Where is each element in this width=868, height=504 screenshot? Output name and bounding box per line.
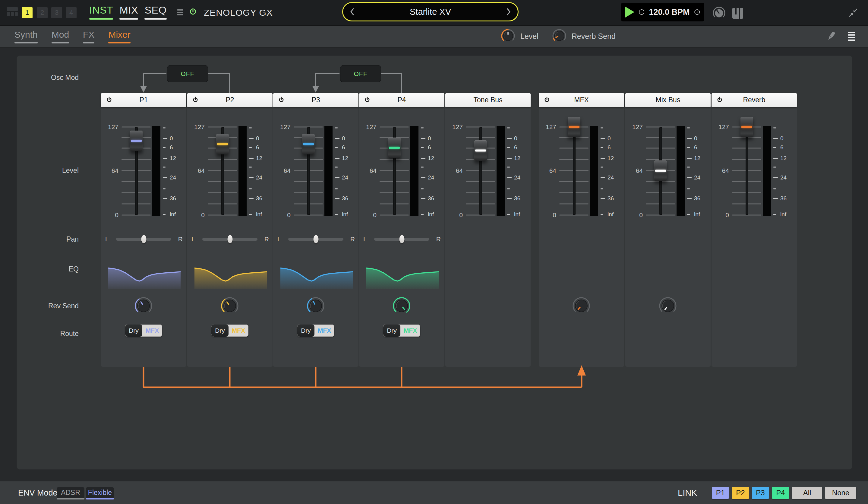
play-icon[interactable] [625,7,634,18]
eq-display[interactable] [280,266,353,289]
keyboard-icon[interactable] [731,6,745,20]
fader-track[interactable] [746,127,748,215]
route-mfx-button[interactable]: MFX [400,325,420,337]
pan-track[interactable] [288,238,343,241]
tab-seq[interactable]: SEQ [144,4,166,20]
route-toggle[interactable]: Dry MFX [125,325,162,337]
osc-mod-off-button-2[interactable]: OFF [340,65,381,82]
link-all-button[interactable]: All [792,487,822,499]
scene-slot-2[interactable]: 2 [37,7,48,18]
link-p2-button[interactable]: P2 [732,487,749,499]
preset-selector[interactable]: Starlite XV [342,2,519,21]
level-fader[interactable]: 12764006122436inf [539,93,624,367]
tab-mixer[interactable]: Mixer [106,30,133,43]
collapse-icon[interactable] [848,8,858,18]
fader-cap[interactable] [130,131,143,151]
fader-cap[interactable] [216,134,229,154]
osc-mod-off-button-1[interactable]: OFF [167,65,208,82]
env-mode-adsr-button[interactable]: ADSR [57,487,84,500]
list-menu-icon[interactable] [848,32,855,41]
route-wires [17,363,852,403]
fader-track[interactable] [573,127,576,215]
fader-cap[interactable] [474,140,487,161]
edit-pencil-icon[interactable] [826,30,836,43]
tab-mix[interactable]: MIX [120,4,138,20]
pan-thumb[interactable] [399,235,404,244]
db-tick-label: 6 [170,144,173,151]
pan-control[interactable]: L R [359,233,444,246]
tab-mod[interactable]: Mod [49,30,71,43]
link-p4-button[interactable]: P4 [772,487,789,499]
scene-slot-4[interactable]: 4 [66,7,76,18]
route-dry-button[interactable]: Dry [211,325,228,337]
db-tick-label: 24 [514,174,520,181]
pan-thumb[interactable] [227,235,232,244]
db-tick [687,188,690,189]
fader-cap[interactable] [388,137,401,158]
row-label-rev-send: Rev Send [17,302,79,310]
eq-display[interactable] [366,266,439,289]
link-p1-button[interactable]: P1 [712,487,729,499]
pan-control[interactable]: L R [187,233,272,246]
route-toggle[interactable]: Dry MFX [383,325,420,337]
route-dry-button[interactable]: Dry [297,325,314,337]
pan-track[interactable] [116,238,171,241]
tab-inst[interactable]: INST [89,4,113,20]
route-toggle[interactable]: Dry MFX [211,325,248,337]
route-toggle[interactable]: Dry MFX [297,325,334,337]
tab-fx[interactable]: FX [81,30,97,43]
pan-track[interactable] [202,238,258,241]
db-tick [601,167,603,168]
preset-prev-icon[interactable] [343,8,361,16]
fader-cap[interactable] [302,134,315,154]
level-fader[interactable]: 12764006122436inf [625,93,711,367]
link-p3-button[interactable]: P3 [752,487,769,499]
fader-scale-value: 127 [187,123,205,131]
rev-send-knob[interactable] [133,296,154,316]
rev-send-knob[interactable] [658,296,678,316]
tab-synth[interactable]: Synth [12,30,40,43]
menu-icon[interactable] [177,9,183,16]
pan-control[interactable]: L R [273,233,359,246]
knob-panel-icon[interactable] [712,6,726,20]
reverb-send-macro-knob[interactable] [551,28,567,45]
level-fader[interactable]: 12764006122436inf [445,93,531,367]
bpm-plus-icon[interactable] [694,8,700,17]
route-mfx-button[interactable]: MFX [142,325,162,337]
level-macro-knob[interactable] [500,28,516,45]
env-mode-flexible-button[interactable]: Flexible [86,487,114,500]
power-icon[interactable] [189,7,197,17]
fader-cap[interactable] [568,117,580,137]
preset-name[interactable]: Starlite XV [361,7,499,17]
fader-cap[interactable] [741,117,753,137]
route-dry-button[interactable]: Dry [383,325,400,337]
pan-thumb[interactable] [141,235,146,244]
db-tick-label: 24 [170,174,176,181]
eq-display[interactable] [195,266,267,289]
db-tick-label: 6 [514,144,517,151]
pan-control[interactable]: L R [101,233,186,246]
route-dry-button[interactable]: Dry [125,325,142,337]
db-tick [507,167,510,168]
bpm-minus-icon[interactable] [639,8,644,17]
route-mfx-button[interactable]: MFX [314,325,334,337]
scene-slot-1[interactable]: 1 [22,7,33,18]
pan-track[interactable] [374,238,429,241]
fader-cap[interactable] [654,161,667,181]
channel-strip-mix-bus: Mix Bus 12764006122436inf [625,93,711,367]
rev-send-knob[interactable] [219,296,240,316]
rev-send-knob[interactable] [306,296,326,316]
pan-thumb[interactable] [313,235,318,244]
db-tick-label: inf [170,211,176,218]
transport: 120.0 BPM [621,3,704,21]
route-mfx-button[interactable]: MFX [228,325,248,337]
eq-display[interactable] [108,266,180,289]
level-fader[interactable]: 12764006122436inf [712,93,797,367]
bpm-value[interactable]: 120.0 BPM [649,8,690,17]
preset-next-icon[interactable] [499,8,518,16]
rev-send-knob[interactable] [391,296,412,316]
scene-slot-3[interactable]: 3 [51,7,62,18]
layout-grid-icon[interactable] [7,7,18,17]
rev-send-knob[interactable] [571,296,591,316]
link-none-button[interactable]: None [825,487,856,499]
